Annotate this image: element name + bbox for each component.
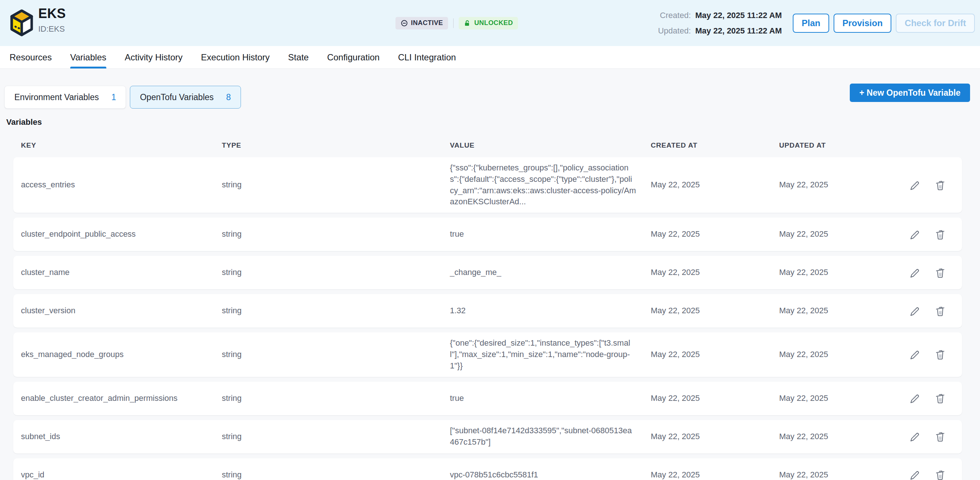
variable-type: string <box>222 393 450 404</box>
variables-table-header: KEY TYPE VALUE CREATED AT UPDATED AT <box>13 134 962 157</box>
trash-icon <box>935 180 946 191</box>
variable-created-at: May 22, 2025 <box>651 305 779 317</box>
check-for-drift-button[interactable]: Check for Drift <box>896 14 975 33</box>
variables-table: access_entries string {"sso":{"kubernete… <box>13 157 962 480</box>
delete-variable-button[interactable] <box>934 179 946 191</box>
lock-status-badge: UNLOCKED <box>459 17 518 29</box>
updated-value: May 22, 2025 11:22 AM <box>695 26 782 36</box>
variable-key: cluster_endpoint_public_access <box>21 229 222 240</box>
variable-value: ["subnet-08f14e7142d333595","subnet-0680… <box>450 425 641 448</box>
status-badge: INACTIVE <box>395 17 448 29</box>
unlock-icon <box>464 19 471 27</box>
variable-value: 1.32 <box>450 305 641 317</box>
variable-value: {"one":{"desired_size":1,"instance_types… <box>450 338 641 372</box>
trash-icon <box>935 349 946 360</box>
edit-variable-button[interactable] <box>908 305 920 317</box>
pencil-icon <box>909 180 920 191</box>
variable-created-at: May 22, 2025 <box>651 349 779 360</box>
delete-variable-button[interactable] <box>934 229 946 240</box>
provision-button[interactable]: Provision <box>834 14 891 33</box>
subtab-opentofu-variables[interactable]: OpenTofu Variables 8 <box>130 86 240 108</box>
subtab-label: OpenTofu Variables <box>140 92 213 102</box>
table-row: enable_cluster_creator_admin_permissions… <box>13 382 962 415</box>
pencil-icon <box>909 431 920 442</box>
variable-value: _change_me_ <box>450 267 641 278</box>
main-tab[interactable]: Configuration <box>327 46 380 69</box>
table-row: vpc_id string vpc-078b51c6cbc5581f1 May … <box>13 458 962 480</box>
delete-variable-button[interactable] <box>934 392 946 404</box>
tab-label: State <box>288 52 309 62</box>
edit-variable-button[interactable] <box>908 179 920 191</box>
tab-label: CLI Integration <box>398 52 456 62</box>
section-title: Variables <box>6 117 980 127</box>
table-row: subnet_ids string ["subnet-08f14e7142d33… <box>13 420 962 453</box>
subtab-label: Environment Variables <box>14 92 99 102</box>
edit-variable-button[interactable] <box>908 229 920 240</box>
delete-variable-button[interactable] <box>934 267 946 279</box>
variable-created-at: May 22, 2025 <box>651 393 779 404</box>
main-tab[interactable]: Execution History <box>201 46 270 69</box>
variable-updated-at: May 22, 2025 <box>779 431 875 442</box>
variable-key: subnet_ids <box>21 431 222 442</box>
delete-variable-button[interactable] <box>934 349 946 360</box>
tab-label: Activity History <box>125 52 183 62</box>
variable-updated-at: May 22, 2025 <box>779 349 875 360</box>
main-tab[interactable]: Variables <box>70 46 106 69</box>
pencil-icon <box>909 267 920 278</box>
variable-created-at: May 22, 2025 <box>651 179 779 191</box>
tab-label: Resources <box>10 52 52 62</box>
circle-minus-icon <box>401 19 408 27</box>
row-actions <box>875 229 946 240</box>
main-tab[interactable]: Resources <box>10 46 52 69</box>
plan-button[interactable]: Plan <box>793 14 829 33</box>
variable-updated-at: May 22, 2025 <box>779 393 875 404</box>
variable-updated-at: May 22, 2025 <box>779 305 875 317</box>
edit-variable-button[interactable] <box>908 267 920 279</box>
subtab-count: 8 <box>226 92 231 102</box>
pencil-icon <box>909 229 920 240</box>
edit-variable-button[interactable] <box>908 392 920 404</box>
tab-label: Configuration <box>327 52 380 62</box>
trash-icon <box>935 431 946 442</box>
delete-variable-button[interactable] <box>934 305 946 317</box>
variable-key: cluster_version <box>21 305 222 317</box>
tab-label: Variables <box>70 52 106 62</box>
pencil-icon <box>909 306 920 317</box>
variable-type: string <box>222 305 450 317</box>
row-actions <box>875 267 946 279</box>
variable-type-subtabs: Environment Variables 1 OpenTofu Variabl… <box>0 86 980 108</box>
row-actions <box>875 349 946 360</box>
edit-variable-button[interactable] <box>908 469 920 480</box>
column-header-key: KEY <box>21 141 222 150</box>
main-tab[interactable]: State <box>288 46 309 69</box>
variable-updated-at: May 22, 2025 <box>779 179 875 191</box>
delete-variable-button[interactable] <box>934 431 946 442</box>
row-actions <box>875 179 946 191</box>
variable-key: cluster_name <box>21 267 222 278</box>
variable-updated-at: May 22, 2025 <box>779 229 875 240</box>
subtab-environment-variables[interactable]: Environment Variables 1 <box>5 86 126 108</box>
created-label: Created: <box>658 11 691 20</box>
new-opentofu-variable-button[interactable]: + New OpenTofu Variable <box>850 84 970 102</box>
variable-updated-at: May 22, 2025 <box>779 469 875 480</box>
main-tab[interactable]: CLI Integration <box>398 46 456 69</box>
subtab-count: 1 <box>111 92 116 102</box>
variable-value: {"sso":{"kubernetes_groups":[],"policy_a… <box>450 162 641 207</box>
variable-type: string <box>222 267 450 278</box>
variable-type: string <box>222 349 450 360</box>
edit-variable-button[interactable] <box>908 349 920 360</box>
created-value: May 22, 2025 11:22 AM <box>695 11 782 20</box>
variable-type: string <box>222 229 450 240</box>
column-header-created: CREATED AT <box>651 141 779 150</box>
row-actions <box>875 392 946 404</box>
main-tab-bar: Resources Variables Activity History Exe… <box>0 46 980 69</box>
delete-variable-button[interactable] <box>934 469 946 480</box>
main-tab[interactable]: Activity History <box>125 46 183 69</box>
trash-icon <box>935 393 946 404</box>
variable-key: enable_cluster_creator_admin_permissions <box>21 393 222 404</box>
row-actions <box>875 431 946 442</box>
edit-variable-button[interactable] <box>908 431 920 442</box>
header-actions: Plan Provision Check for Drift <box>793 14 975 33</box>
variables-page: Environment Variables 1 OpenTofu Variabl… <box>0 69 980 480</box>
badge-divider <box>453 18 453 28</box>
